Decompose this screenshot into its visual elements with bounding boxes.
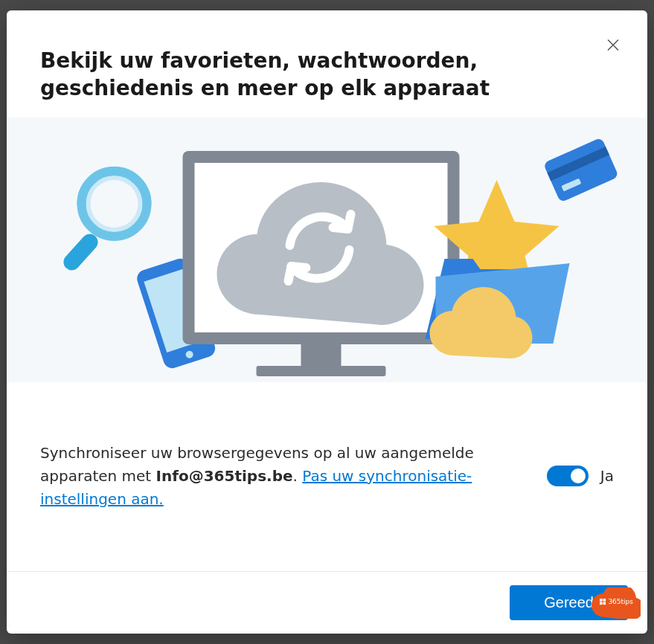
sync-illustration-svg bbox=[7, 117, 647, 382]
sync-toggle-label: Ja bbox=[600, 467, 614, 485]
sync-dialog: Bekijk uw favorieten, wachtwoorden, gesc… bbox=[7, 10, 647, 634]
sync-section: Synchroniseer uw browsergegevens op al u… bbox=[7, 382, 647, 541]
watermark-text-label: 365tips bbox=[608, 598, 633, 605]
watermark-label: 365tips bbox=[600, 598, 633, 605]
close-icon bbox=[607, 39, 619, 51]
sync-toggle[interactable] bbox=[547, 466, 589, 486]
sync-text-after-email: . bbox=[293, 467, 303, 485]
svg-rect-9 bbox=[301, 344, 342, 370]
sync-illustration bbox=[7, 117, 647, 382]
watermark-badge: 365tips bbox=[592, 587, 641, 619]
office-grid-icon bbox=[600, 599, 606, 605]
sync-email: Info@365tips.be bbox=[156, 467, 293, 485]
dialog-header: Bekijk uw favorieten, wachtwoorden, gesc… bbox=[7, 10, 647, 117]
toggle-knob bbox=[571, 468, 586, 483]
magnifier-icon bbox=[60, 171, 147, 274]
dialog-footer: Gereed bbox=[7, 571, 647, 634]
svg-rect-15 bbox=[603, 599, 606, 602]
credit-card-icon bbox=[543, 137, 619, 202]
svg-rect-3 bbox=[60, 231, 101, 274]
dialog-title: Bekijk uw favorieten, wachtwoorden, gesc… bbox=[40, 48, 591, 103]
svg-point-1 bbox=[91, 180, 138, 228]
svg-rect-14 bbox=[600, 599, 603, 602]
sync-toggle-group: Ja bbox=[547, 466, 614, 486]
svg-rect-17 bbox=[603, 602, 606, 605]
close-button[interactable] bbox=[603, 34, 623, 55]
svg-rect-10 bbox=[257, 366, 386, 376]
svg-rect-16 bbox=[600, 602, 603, 605]
sync-description: Synchroniseer uw browsergegevens op al u… bbox=[40, 442, 525, 511]
monitor-icon bbox=[183, 151, 460, 376]
